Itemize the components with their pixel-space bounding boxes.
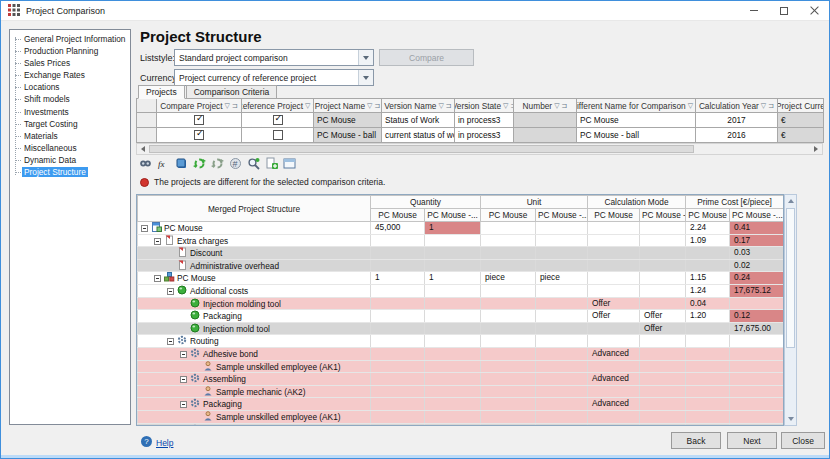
- filter-icon[interactable]: ▽: [503, 102, 508, 110]
- different-name-cell[interactable]: PC Mouse: [577, 113, 696, 128]
- subcolumn-header[interactable]: PC Mouse: [686, 209, 730, 222]
- pin-icon[interactable]: ⊐: [374, 102, 380, 110]
- toolbar-search-button[interactable]: [246, 157, 261, 172]
- tree-node-label[interactable]: Adhesive bond: [138, 347, 371, 360]
- reference-project-cell[interactable]: [242, 128, 314, 143]
- tree-row-additional-costs[interactable]: Additional costs1.2417,675.12: [138, 284, 784, 297]
- tree-node-label[interactable]: PC Mouse: [138, 222, 371, 235]
- sidebar-item-target-costing[interactable]: Target Costing: [10, 118, 130, 130]
- tab-projects[interactable]: Projects: [138, 85, 185, 99]
- tree-row-discount[interactable]: Discount0.03: [138, 247, 784, 260]
- tree-node-label[interactable]: Routing: [138, 335, 371, 348]
- tree-expander-icon[interactable]: [141, 225, 148, 232]
- tree-row-sample-unskilled-employee-ak1[interactable]: Sample unskilled employee (AK1): [138, 360, 784, 373]
- tree-node-label[interactable]: PC Mouse: [138, 272, 371, 285]
- scroll-up-icon[interactable]: [785, 195, 796, 207]
- subcolumn-header[interactable]: PC Mouse -...: [730, 209, 784, 222]
- vscroll-thumb[interactable]: [786, 208, 795, 348]
- toolbar-window-layout-button[interactable]: [282, 157, 297, 172]
- column-header-version-name[interactable]: Version Name▽⊐: [382, 99, 455, 113]
- sidebar-item-locations[interactable]: Locations: [10, 81, 130, 93]
- sidebar-item-project-structure[interactable]: Project Structure: [10, 166, 130, 178]
- sidebar-item-production-planning[interactable]: Production Planning: [10, 45, 130, 57]
- tree-row-packaging[interactable]: PackagingAdvanced: [138, 398, 784, 411]
- tree-node-label[interactable]: Sample mechanic (AK2): [138, 385, 371, 398]
- chevron-down-icon[interactable]: [358, 50, 373, 65]
- column-header-project-name[interactable]: Project Name▽⊐: [314, 99, 382, 113]
- sidebar-item-materials[interactable]: Materials: [10, 130, 130, 142]
- tree-node-label[interactable]: Injection molding tool: [138, 297, 371, 310]
- toolbar-binoculars-button[interactable]: [138, 157, 153, 172]
- tree-row-sample-unskilled-employee-ak1[interactable]: Sample unskilled employee (AK1): [138, 410, 784, 423]
- liststyle-select[interactable]: Standard project comparison: [174, 49, 374, 66]
- tree-node-label[interactable]: Injection mold tool: [138, 322, 371, 335]
- sidebar-item-miscellaneous[interactable]: Miscellaneous: [10, 142, 130, 154]
- tree-row-administrative-overhead[interactable]: Administrative overhead0.02: [138, 259, 784, 272]
- tree-expander-icon[interactable]: [180, 351, 187, 358]
- sidebar-item-shift-models[interactable]: Shift models: [10, 93, 130, 105]
- subcolumn-header[interactable]: PC Mouse: [481, 209, 536, 222]
- maximize-button[interactable]: [769, 1, 799, 20]
- version-name-cell[interactable]: current status of wor: [382, 128, 455, 143]
- sidebar-item-sales-prices[interactable]: Sales Prices: [10, 57, 130, 69]
- tree-expander-icon[interactable]: [180, 376, 187, 383]
- tree-row-injection-mold-tool[interactable]: Injection mold toolOffer17,675.00: [138, 322, 784, 335]
- structure-column-header[interactable]: Merged Project Structure: [138, 196, 371, 222]
- tree-expander-icon[interactable]: [154, 238, 161, 245]
- calculation-year-cell[interactable]: 2017: [696, 113, 778, 128]
- currency-select[interactable]: Project currency of reference project: [174, 69, 374, 86]
- sidebar-item-investments[interactable]: Investments: [10, 106, 130, 118]
- subcolumn-header[interactable]: PC Mouse -...: [640, 209, 686, 222]
- filter-icon[interactable]: ▽: [367, 102, 372, 110]
- help-link[interactable]: Help: [156, 438, 173, 448]
- next-button[interactable]: Next: [727, 432, 777, 449]
- tree-node-label[interactable]: Packaging: [138, 398, 371, 411]
- tree-node-label[interactable]: Additional costs: [138, 284, 371, 297]
- tree-expander-icon[interactable]: [167, 338, 174, 345]
- tree-node-label[interactable]: Assembling: [138, 373, 371, 386]
- pin-icon[interactable]: ⊐: [562, 102, 568, 110]
- sidebar-item-dynamic-data[interactable]: Dynamic Data: [10, 154, 130, 166]
- column-header-different-name-for-comparison[interactable]: Different Name for Comparison▽⊐: [577, 99, 696, 113]
- reference-project-cell[interactable]: [242, 113, 314, 128]
- reference-checkbox[interactable]: [273, 115, 283, 125]
- column-header-calculation-year[interactable]: Calculation Year▽⊐: [696, 99, 778, 113]
- subcolumn-header[interactable]: PC Mouse: [371, 209, 425, 222]
- sidebar-item-general-project-information[interactable]: General Project Information: [10, 33, 130, 45]
- column-header-number[interactable]: Number▽⊐: [514, 99, 577, 113]
- projects-hscrollbar[interactable]: [136, 143, 823, 155]
- subcolumn-header[interactable]: PC Mouse: [588, 209, 640, 222]
- compare-button[interactable]: Compare: [379, 49, 474, 66]
- tree-node-label[interactable]: Packaging: [138, 310, 371, 323]
- tree-expander-icon[interactable]: [154, 275, 161, 282]
- tree-node-label[interactable]: Administrative overhead: [138, 259, 371, 272]
- chevron-down-icon[interactable]: [358, 70, 373, 85]
- tree-row-routing[interactable]: Routing: [138, 335, 784, 348]
- subcolumn-header[interactable]: PC Mouse -...: [425, 209, 481, 222]
- tree-row-pc-mouse[interactable]: PC Mouse11piecepiece1.150.24: [138, 272, 784, 285]
- filter-icon[interactable]: ▽: [225, 102, 230, 110]
- tree-vscrollbar[interactable]: [784, 194, 797, 426]
- tree-expander-icon[interactable]: [167, 288, 174, 295]
- close-dialog-button[interactable]: Close: [781, 432, 825, 449]
- hscroll-thumb[interactable]: [149, 145, 694, 153]
- column-header-reference-project[interactable]: Reference Project▽⊐: [242, 99, 314, 113]
- pin-icon[interactable]: ⊐: [232, 102, 238, 110]
- row-selector[interactable]: [137, 113, 157, 128]
- tree-node-label[interactable]: Sample unskilled employee (AK1): [138, 360, 371, 373]
- version-state-cell[interactable]: in process3: [455, 128, 514, 143]
- filter-icon[interactable]: ▽: [305, 102, 310, 110]
- minimize-button[interactable]: [739, 1, 769, 20]
- sidebar-item-exchange-rates[interactable]: Exchange Rates: [10, 69, 130, 81]
- compare-checkbox[interactable]: [194, 130, 204, 140]
- tree-node-label[interactable]: Extra charges: [138, 234, 371, 247]
- back-button[interactable]: Back: [671, 432, 721, 449]
- tree-row-adhesive-bond[interactable]: Adhesive bondAdvanced: [138, 347, 784, 360]
- filter-icon[interactable]: ▽: [438, 102, 443, 110]
- tree-row-sample-mechanic-ak2[interactable]: Sample mechanic (AK2): [138, 385, 784, 398]
- compare-project-cell[interactable]: [157, 113, 242, 128]
- calculation-year-cell[interactable]: 2016: [696, 128, 778, 143]
- compare-project-cell[interactable]: [157, 128, 242, 143]
- version-name-cell[interactable]: Status of Work: [382, 113, 455, 128]
- tree-row-injection-molding-tool[interactable]: Injection molding toolOffer0.04: [138, 297, 784, 310]
